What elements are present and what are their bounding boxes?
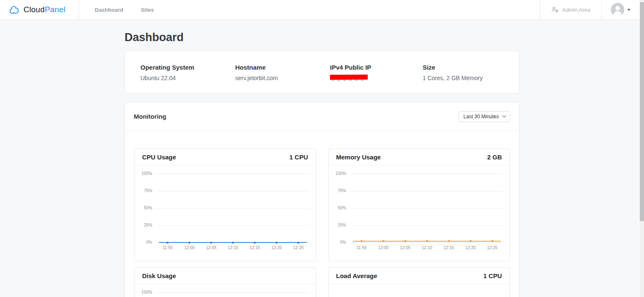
info-label: Hostname — [235, 64, 330, 71]
info-col-ipv4-public-ip: IPv4 Public IP — [330, 64, 423, 81]
y-axis-tick-label: 100% — [135, 290, 152, 295]
x-axis-tick-label: 12:25 — [483, 245, 501, 250]
main-content: Dashboard Operating System Ubuntu 22.04 … — [125, 20, 519, 297]
x-axis-tick-label: 12:25 — [289, 245, 308, 250]
brand-logo[interactable]: CloudPanel — [0, 0, 79, 19]
data-point-dot — [188, 242, 190, 244]
data-point-dot — [210, 242, 212, 244]
scrollbar-thumb[interactable] — [640, 2, 644, 221]
redacted-ip-value — [330, 75, 368, 80]
data-point-dot — [254, 242, 256, 244]
data-point-dot — [491, 240, 493, 242]
data-point-dot — [426, 240, 428, 242]
y-axis-tick-label: 100% — [329, 171, 346, 176]
main-nav: Dashboard Sites — [95, 0, 154, 19]
x-axis-tick-label: 11:55 — [158, 245, 177, 250]
y-axis-tick-label: 25% — [329, 223, 346, 228]
admin-area-label: Admin Area — [562, 7, 590, 13]
data-point-dot — [361, 240, 363, 242]
chart-card-memory-usage: Memory Usage 2 GB 100%75%50%25%0%11:5512… — [328, 148, 510, 261]
x-axis-tick-label: 12:05 — [202, 245, 221, 250]
chart-unit-label: 2 GB — [487, 154, 502, 161]
monitoring-card: Monitoring Last 30 Minutes CPU Usage 1 C… — [125, 102, 519, 297]
chart-card-cpu-usage: CPU Usage 1 CPU 100%75%50%25%0%11:5512:0… — [134, 148, 316, 261]
chart-card-load-average: Load Average 1 CPU — [328, 267, 510, 297]
chart-title: Memory Usage — [336, 154, 381, 161]
avatar — [611, 3, 624, 16]
data-point-dot — [275, 242, 278, 244]
x-axis-tick-label: 12:15 — [246, 245, 264, 250]
monitoring-title: Monitoring — [134, 113, 166, 120]
nav-item-sites[interactable]: Sites — [141, 7, 154, 13]
data-point-dot — [470, 240, 472, 242]
y-axis-tick-label: 75% — [329, 188, 346, 193]
data-point-dot — [382, 240, 384, 242]
info-value: 1 Cores, 2 GB Memory — [423, 75, 504, 81]
x-axis-tick-label: 12:20 — [267, 245, 286, 250]
data-point-dot — [232, 242, 234, 244]
data-point-dot — [297, 242, 299, 244]
chart-title: Load Average — [336, 272, 377, 279]
chart-header: CPU Usage 1 CPU — [135, 149, 316, 165]
top-navbar: CloudPanel Dashboard Sites — [0, 0, 644, 20]
chart-card-disk-usage: Disk Usage 100%75%50%25%0% — [134, 267, 316, 297]
page-title: Dashboard — [125, 31, 519, 44]
info-value: serv.jetorbit.com — [235, 75, 330, 81]
data-point-dot — [448, 240, 450, 242]
navbar-right: Admin Area — [540, 0, 640, 19]
chart-plot-area — [329, 284, 510, 297]
time-range-value: Last 30 Minutes — [463, 114, 499, 120]
chevron-down-icon — [627, 9, 631, 11]
info-col-hostname: Hostname serv.jetorbit.com — [235, 64, 330, 81]
y-axis-tick-label: 0% — [329, 240, 346, 245]
data-point-dot — [404, 240, 406, 242]
info-value: Ubuntu 22.04 — [140, 75, 235, 81]
chart-unit-label: 1 CPU — [289, 154, 308, 161]
chart-unit-label: 1 CPU — [483, 272, 502, 279]
chevron-down-icon — [502, 113, 506, 117]
time-range-select[interactable]: Last 30 Minutes — [459, 111, 510, 122]
charts-grid: CPU Usage 1 CPU 100%75%50%25%0%11:5512:0… — [125, 131, 519, 297]
admin-area-button[interactable]: Admin Area — [540, 0, 601, 19]
chart-header: Load Average 1 CPU — [329, 268, 510, 284]
vertical-scrollbar[interactable] — [640, 0, 644, 297]
y-axis-tick-label: 25% — [135, 223, 152, 228]
chart-plot-area: 100%75%50%25%0% — [135, 284, 316, 297]
users-gear-icon — [551, 6, 559, 13]
nav-item-dashboard[interactable]: Dashboard — [95, 7, 123, 13]
x-axis-tick-label: 12:10 — [224, 245, 242, 250]
server-info-card: Operating System Ubuntu 22.04 Hostname s… — [125, 51, 519, 94]
chart-header: Memory Usage 2 GB — [329, 149, 510, 165]
gridline — [157, 292, 309, 293]
brand-name: CloudPanel — [23, 5, 65, 14]
y-axis-tick-label: 50% — [329, 206, 346, 211]
y-axis-tick-label: 50% — [135, 206, 152, 211]
info-label: Size — [423, 64, 504, 71]
y-axis-tick-label: 75% — [135, 188, 152, 193]
plot-span: 11:5512:0012:0512:1012:1512:2012:25 — [351, 165, 504, 261]
cloud-logo-icon — [8, 4, 20, 16]
chart-title: Disk Usage — [142, 272, 176, 279]
monitoring-header: Monitoring Last 30 Minutes — [125, 102, 519, 131]
plot-span: 11:5512:0012:0512:1012:1512:2012:25 — [157, 165, 309, 261]
x-axis-tick-label: 12:15 — [439, 245, 458, 250]
chart-plot-area: 100%75%50%25%0%11:5512:0012:0512:1012:15… — [135, 165, 316, 261]
info-col-operating-system: Operating System Ubuntu 22.04 — [140, 64, 235, 81]
x-axis-tick-label: 12:20 — [461, 245, 480, 250]
chart-header: Disk Usage — [135, 268, 316, 284]
x-axis-tick-label: 12:05 — [396, 245, 414, 250]
info-label: IPv4 Public IP — [330, 64, 423, 71]
y-axis-tick-label: 0% — [135, 240, 152, 245]
chart-plot-area: 100%75%50%25%0%11:5512:0012:0512:1012:15… — [329, 165, 510, 261]
x-axis-tick-label: 12:00 — [374, 245, 392, 250]
user-menu[interactable] — [601, 0, 640, 19]
chart-title: CPU Usage — [142, 154, 176, 161]
y-axis-tick-label: 100% — [135, 171, 152, 176]
x-axis-tick-label: 11:55 — [352, 245, 371, 250]
x-axis-tick-label: 12:10 — [418, 245, 436, 250]
info-label: Operating System — [140, 64, 235, 71]
x-axis-tick-label: 12:00 — [180, 245, 199, 250]
info-col-size: Size 1 Cores, 2 GB Memory — [423, 64, 504, 81]
